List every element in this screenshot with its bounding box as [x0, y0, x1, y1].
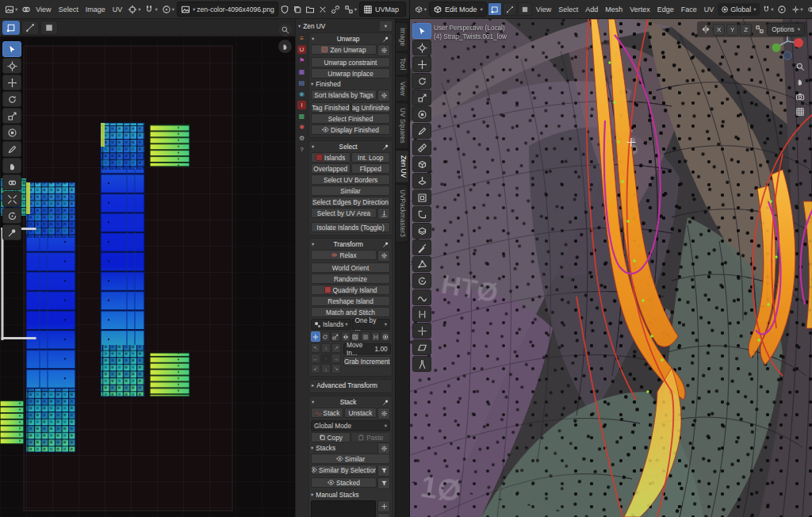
- gizmo-minus-z-axis[interactable]: [783, 52, 791, 59]
- uv-canvas[interactable]: [0, 36, 295, 517]
- camera-view-icon[interactable]: [794, 90, 806, 102]
- zen-trim-tab-icon[interactable]: I: [297, 101, 306, 109]
- open-image-folder-icon[interactable]: [304, 3, 316, 16]
- stack-global-mode-dropdown[interactable]: Global Mode▾: [311, 420, 390, 431]
- section-select-header[interactable]: ▾Select: [311, 142, 390, 151]
- mode-dropdown[interactable]: Edit Mode▾: [429, 2, 487, 17]
- vp-menu-select[interactable]: Select: [555, 6, 581, 13]
- display-mode-icon[interactable]: [20, 3, 32, 16]
- tool-poly-build[interactable]: [412, 256, 431, 272]
- snap-dropdown[interactable]: ▾: [143, 3, 159, 16]
- stack-button[interactable]: Stack: [311, 408, 343, 418]
- tab-image[interactable]: Image: [396, 22, 408, 52]
- relax-gear-icon[interactable]: [377, 250, 390, 262]
- uv-area-download-icon[interactable]: [377, 208, 390, 220]
- image-selector[interactable]: ▾ zen-color-4096x4096.png: [177, 2, 278, 17]
- gizmo-y-axis[interactable]: [772, 44, 781, 52]
- tool-sculpt-grab[interactable]: [2, 158, 21, 174]
- uv-select-face-mode[interactable]: [40, 21, 58, 35]
- tool-shear[interactable]: [412, 339, 431, 355]
- zen-eye-icon[interactable]: ◉: [297, 90, 306, 98]
- mirror-x-toggle[interactable]: X: [713, 24, 725, 36]
- pad-down-left[interactable]: ↙: [311, 364, 320, 373]
- vp-menu-face[interactable]: Face: [678, 6, 700, 13]
- tool-knife[interactable]: [412, 239, 431, 255]
- pad-down-right[interactable]: ↘: [331, 364, 341, 373]
- tool-tweak-select[interactable]: [2, 41, 21, 57]
- mirror-icon[interactable]: [699, 23, 711, 36]
- isolate-islands-button[interactable]: Isolate Islands (Toggle): [311, 222, 390, 232]
- tool-extrude-region[interactable]: [412, 173, 431, 189]
- tab-tool[interactable]: Tool: [396, 52, 408, 75]
- zen-unwrap-gear-icon[interactable]: [377, 44, 390, 56]
- manual-stacks-list[interactable]: ▸ ⁙: [311, 500, 376, 517]
- tool-sculpt-relax[interactable]: [2, 174, 21, 190]
- perspective-toggle-icon[interactable]: [794, 105, 806, 117]
- tab-zen-uv[interactable]: Zen UV: [396, 150, 409, 183]
- vp-menu-vertex[interactable]: Vertex: [626, 6, 653, 13]
- tab-uv-squares[interactable]: UV Squares: [396, 102, 408, 149]
- stacked-filter-icon[interactable]: [377, 477, 390, 489]
- section-stack-header[interactable]: ▾Stack: [311, 397, 390, 407]
- new-image-icon[interactable]: [292, 3, 304, 16]
- uv-island-bars-top[interactable]: [150, 124, 190, 167]
- select-uv-borders-button[interactable]: Select UV Borders: [311, 174, 390, 185]
- overlays-dropdown[interactable]: ▾: [806, 3, 812, 16]
- section-advanced-transform-header[interactable]: ▸Advanced Transform: [311, 381, 390, 390]
- tool-sculpt-twist[interactable]: [2, 208, 21, 224]
- zen-help-icon[interactable]: ?: [297, 145, 306, 154]
- tool-inset-faces[interactable]: [412, 190, 431, 205]
- zen-prefs-gear-icon[interactable]: ⚙: [297, 134, 306, 143]
- select-finished-button[interactable]: Select Finished: [311, 113, 390, 124]
- tt-rotate-icon[interactable]: [321, 331, 331, 342]
- snap-dropdown[interactable]: ▾: [760, 3, 776, 16]
- quadrify-island-button[interactable]: Quadrify Island: [311, 285, 390, 295]
- stack-gear-icon[interactable]: [377, 408, 390, 419]
- zen-checker-icon[interactable]: ▦: [297, 112, 306, 121]
- transform-mode-dropdown[interactable]: Islands▾: [311, 319, 351, 330]
- tool-rotate[interactable]: [2, 91, 21, 107]
- edge-select-mode[interactable]: [503, 2, 517, 16]
- tool-transform[interactable]: [2, 124, 21, 140]
- vp-menu-mesh[interactable]: Mesh: [602, 6, 626, 13]
- tool-move[interactable]: [2, 75, 21, 90]
- link-icon[interactable]: [330, 3, 342, 16]
- add-stack-button[interactable]: [377, 500, 390, 512]
- select-edges-by-direction-button[interactable]: Select Edges By Direction: [311, 197, 390, 207]
- uv-island-bars-bottom[interactable]: [150, 353, 190, 396]
- pad-up-right[interactable]: ↗: [331, 343, 341, 353]
- tool-rotate[interactable]: [412, 73, 431, 89]
- section-unwrap-header[interactable]: ▾Unwrap: [311, 34, 390, 44]
- uv-menu-view[interactable]: View: [33, 6, 54, 13]
- tool-bevel[interactable]: [412, 206, 431, 222]
- vp-menu-view[interactable]: View: [533, 6, 554, 13]
- proportional-edit-icon[interactable]: [776, 3, 788, 16]
- tt-world-icon[interactable]: [381, 331, 390, 342]
- unlink-image-icon[interactable]: [317, 3, 329, 16]
- vp-menu-uv[interactable]: UV: [701, 6, 718, 13]
- orientation-dropdown[interactable]: Global▾: [718, 3, 759, 16]
- zoom-icon[interactable]: [794, 60, 806, 72]
- uv-map-selector[interactable]: UVMap: [359, 2, 406, 17]
- tool-cursor[interactable]: [412, 40, 431, 56]
- tool-scale[interactable]: [2, 108, 21, 124]
- select-flipped-button[interactable]: Flipped: [351, 163, 391, 174]
- pan-hand-icon[interactable]: [278, 40, 292, 53]
- tool-annotate[interactable]: [412, 123, 431, 139]
- pivot-dropdown[interactable]: ▾: [126, 3, 142, 16]
- select-int-loop-button[interactable]: Int. Loop: [351, 152, 391, 163]
- select-similar-button[interactable]: Similar: [311, 186, 390, 196]
- tool-transform[interactable]: [412, 106, 431, 122]
- select-by-uv-area-button[interactable]: Select by UV Area: [311, 208, 377, 218]
- tag-unfinished-button[interactable]: Tag Unfinished: [351, 102, 391, 113]
- show-gizmo-dropdown[interactable]: ▾: [790, 3, 805, 16]
- tool-cursor[interactable]: [2, 58, 21, 74]
- zen-flag-icon[interactable]: ⚑: [297, 56, 306, 65]
- tool-spin[interactable]: [412, 273, 431, 289]
- tool-shrink-fatten[interactable]: [412, 323, 431, 339]
- tool-select-box[interactable]: [412, 23, 431, 39]
- options-dropdown[interactable]: Options▾: [767, 23, 805, 36]
- one-by-dropdown[interactable]: One by ...▾: [352, 319, 390, 330]
- viewport-scene[interactable]: HTØ M9 2 1Ø: [410, 19, 812, 517]
- remove-stack-button[interactable]: [377, 513, 390, 517]
